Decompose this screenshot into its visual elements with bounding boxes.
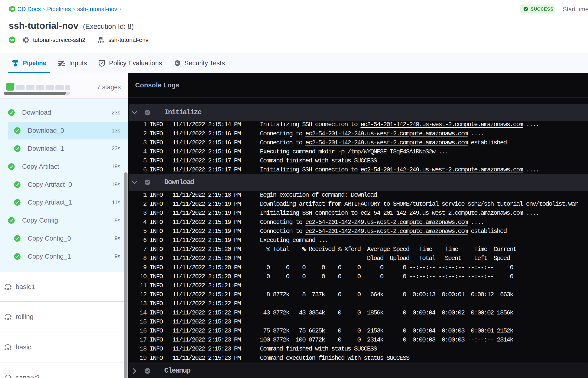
svg-text:∞: ∞ (10, 36, 14, 42)
svg-text:∞: ∞ (10, 6, 14, 12)
